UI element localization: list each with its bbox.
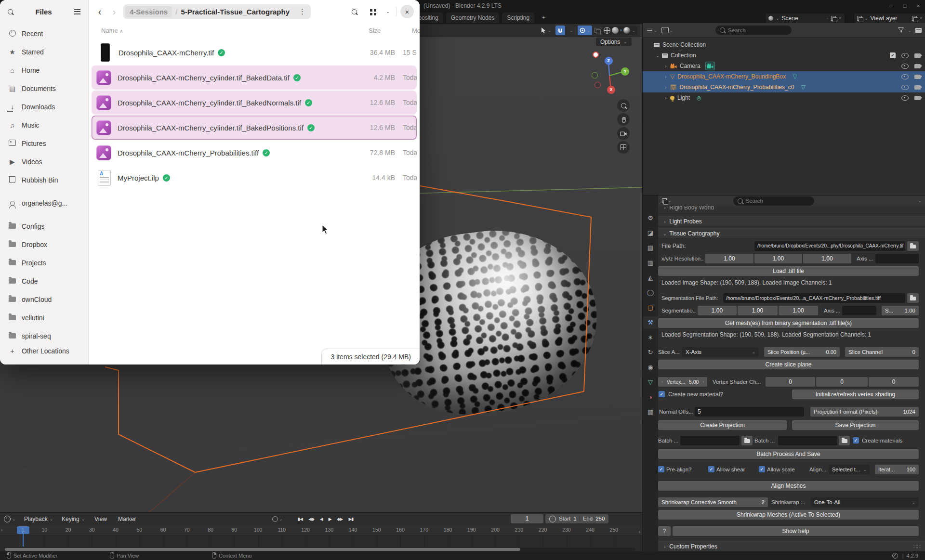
get-meshes-button[interactable]: Get mesh(es) from binary segmentation .t… xyxy=(658,318,919,328)
material-preview-shading-icon[interactable] xyxy=(620,29,622,31)
forward-button[interactable]: › xyxy=(109,6,119,17)
solid-shading-icon[interactable] xyxy=(612,27,619,34)
shading-dropdown-icon[interactable]: ⌄ xyxy=(632,28,635,33)
jump-to-start-button[interactable]: ▮◀ xyxy=(296,513,304,525)
properties-tab-output[interactable]: ▤ xyxy=(643,242,658,254)
column-size[interactable]: Size xyxy=(369,27,381,34)
expand-left-icon[interactable]: › xyxy=(1,527,2,533)
visibility-eye-icon[interactable] xyxy=(901,85,909,90)
allow-scale-checkbox[interactable]: ✓ xyxy=(759,466,765,472)
y-resolution-field[interactable]: 1.00 xyxy=(754,254,802,263)
breadcrumb-current[interactable]: 5-Practical-Tissue_Cartography xyxy=(181,8,293,16)
properties-tab-view-layer[interactable]: ▥ xyxy=(643,257,658,269)
vertex-shader-ch2[interactable]: 0 xyxy=(816,377,868,387)
file-row[interactable]: Drosophila_CAAX-mCherry_cylinder.tif_Bak… xyxy=(92,116,417,140)
properties-tab-tool[interactable]: ⚙ xyxy=(643,212,658,224)
gizmo-x-negative[interactable] xyxy=(595,82,601,88)
gizmo-x-axis[interactable]: X xyxy=(607,86,615,94)
viewport-zoom-button[interactable] xyxy=(617,99,630,112)
render-visibility-icon[interactable] xyxy=(914,53,921,58)
snap-options-dropdown[interactable]: ⌄ xyxy=(568,26,575,35)
viewport-grid-toggle-button[interactable] xyxy=(617,141,630,154)
next-keyframe-button[interactable]: ◆▶ xyxy=(335,513,345,525)
allow-shear-checkbox[interactable]: ✓ xyxy=(708,466,714,472)
visibility-eye-icon[interactable] xyxy=(901,53,909,58)
sidebar-item-organelas-g-[interactable]: organelas@g... xyxy=(4,195,84,212)
viewport-options-dropdown[interactable]: Options ⌄ xyxy=(596,38,632,46)
gizmo-y-negative[interactable] xyxy=(592,72,598,78)
vertex-stepper[interactable]: ‹Vertex... 5.00› xyxy=(658,377,707,387)
properties-tab-particles[interactable]: ∗ xyxy=(643,331,658,344)
snap-button[interactable] xyxy=(555,26,565,35)
create-material-checkbox[interactable]: ✓ xyxy=(659,391,665,397)
collection-checkbox[interactable]: ✓ xyxy=(890,52,896,58)
seg-y-field[interactable]: 1.00 xyxy=(738,306,778,315)
copy-scene-icon[interactable] xyxy=(831,16,836,21)
panel-rigid-body-world[interactable]: › Rigid Body World xyxy=(662,206,714,212)
menu-keying[interactable]: Keying⌄ xyxy=(62,513,85,525)
sidebar-item-configs[interactable]: Configs xyxy=(4,218,84,235)
align-target-dropdown[interactable]: Selected t...⌄ xyxy=(829,465,870,474)
visibility-eye-icon[interactable] xyxy=(901,74,909,79)
outliner-row-light[interactable]: ›Light◎ xyxy=(643,92,925,103)
iterations-field[interactable]: Iterat...100 xyxy=(875,465,919,474)
create-slice-plane-button[interactable]: Create slice plane xyxy=(658,360,919,369)
play-reverse-button[interactable]: ◀ xyxy=(318,513,325,525)
shrinkwrap-smooth-field[interactable]: Shrinkwrap Corrective Smooth2 xyxy=(658,497,768,507)
jump-to-end-button[interactable]: ▶▮ xyxy=(346,513,355,525)
new-collection-icon[interactable] xyxy=(915,28,922,33)
seg-z-field[interactable]: 1.00 xyxy=(779,306,818,315)
menu-icon[interactable] xyxy=(74,11,80,12)
file-row[interactable]: Drosophila_CAAX-mCherry_cylinder.tif_Bak… xyxy=(92,65,417,90)
viewport-pan-button[interactable] xyxy=(617,113,630,126)
maximize-button[interactable]: □ xyxy=(898,0,912,12)
seg-s-field[interactable]: S...1.00 xyxy=(882,306,919,315)
outliner-filter-id-dropdown[interactable]: ⌄ xyxy=(661,27,674,33)
sidebar-item-documents[interactable]: ▤Documents xyxy=(4,80,84,97)
view-grid-button[interactable] xyxy=(365,4,380,19)
file-row[interactable]: Drosophila_CAAX-mCherry_cylinder.tif_Bak… xyxy=(92,91,417,115)
menu-marker[interactable]: Marker xyxy=(118,513,136,525)
view-options-dropdown[interactable]: ⌄ xyxy=(383,4,392,19)
expander-icon[interactable]: › xyxy=(663,64,669,69)
align-meshes-button[interactable]: Align Meshes xyxy=(658,481,919,491)
segmentation-path-field[interactable]: /home/bruno/Dropbox/Events/20...a_CAAX-m… xyxy=(723,293,905,303)
sidebar-item-pictures[interactable]: Pictures xyxy=(4,135,84,152)
properties-tab-object[interactable]: ▢ xyxy=(643,301,658,314)
properties-tab-scene[interactable]: ◭ xyxy=(643,272,658,284)
render-visibility-icon[interactable] xyxy=(914,64,921,68)
panel-light-probes[interactable]: › Light Probes xyxy=(658,216,925,226)
sidebar-item-rubbish-bin[interactable]: Rubbish Bin xyxy=(4,171,84,189)
pin-icon[interactable]: ◦ xyxy=(827,15,829,22)
scene-selector[interactable]: ⌄ Scene ◦ × xyxy=(765,13,845,24)
properties-tab-object-data[interactable]: ▽ xyxy=(643,376,658,389)
panel-grip-icon[interactable]: ∷∷ xyxy=(913,541,921,552)
slice-channel-field[interactable]: Slice Channel0 xyxy=(845,347,919,357)
properties-context-dropdown[interactable]: ⌄ xyxy=(662,198,672,203)
create-materials-checkbox[interactable]: ✓ xyxy=(853,437,859,443)
breadcrumb-parent[interactable]: 4-Sessions xyxy=(125,6,172,17)
outliner-row-collection[interactable]: ⌄Collection✓ xyxy=(643,50,925,61)
file-row[interactable]: Drosophila_CAAX-mCherry.tif✓36.4 MB15 Se xyxy=(92,40,417,65)
filter-funnel-icon[interactable] xyxy=(898,27,904,33)
batch-input-field[interactable] xyxy=(680,436,740,445)
playhead[interactable] xyxy=(23,526,24,547)
play-button[interactable]: ▶ xyxy=(327,513,333,525)
visibility-eye-icon[interactable] xyxy=(901,64,909,69)
light-data-icon[interactable]: ◎ xyxy=(695,94,703,102)
properties-tab-modifiers[interactable]: ⚒ xyxy=(643,316,658,329)
outliner-row-drosophila-caax-mcherry-boundingbox[interactable]: ›▽Drosophila_CAAX-mCherry_BoundingBox▽ xyxy=(643,71,925,82)
properties-search-input[interactable]: Search xyxy=(733,196,814,206)
sidebar-item-vellutini[interactable]: vellutini xyxy=(4,309,84,326)
path-menu-icon[interactable]: ⋮ xyxy=(297,7,308,16)
auto-keying-button[interactable]: ⌄ xyxy=(272,513,283,525)
file-row[interactable]: Drosophila_CAAX-mCherry_Probabilities.ti… xyxy=(92,141,417,165)
render-visibility-icon[interactable] xyxy=(914,75,921,79)
gizmo-y-axis[interactable]: Y xyxy=(621,67,629,76)
sidebar-item-music[interactable]: ♫Music xyxy=(4,117,84,134)
timeline-channels[interactable] xyxy=(0,535,642,547)
normal-offset-field[interactable]: 5 xyxy=(695,407,804,417)
shrinkwrap-meshes-button[interactable]: Shrinkwrap Meshes (Active To Selected) xyxy=(658,510,919,520)
render-visibility-icon[interactable] xyxy=(914,85,921,90)
menu-playback[interactable]: Playback⌄ xyxy=(24,513,53,525)
